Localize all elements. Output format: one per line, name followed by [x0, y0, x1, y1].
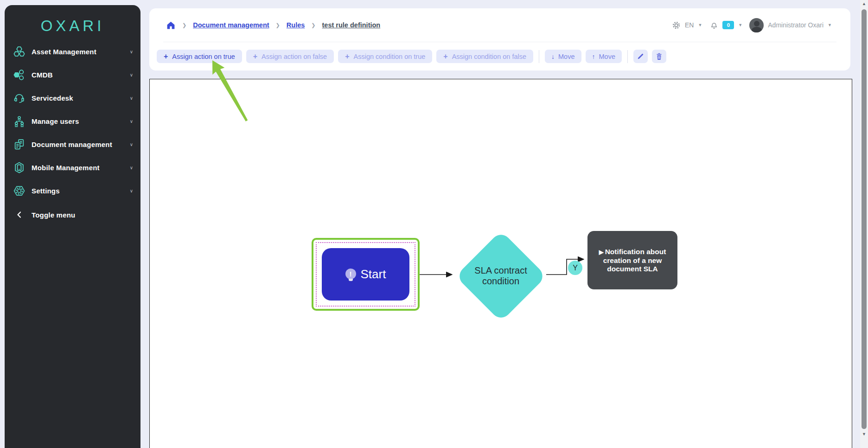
arrow-down-icon: ↓	[551, 53, 555, 60]
sidebar-item-asset-management[interactable]: Asset Management ∨	[5, 40, 140, 63]
sidebar-nav: Asset Management ∨ CMDB ∨	[5, 40, 140, 226]
toolbar-separator	[627, 50, 628, 63]
breadcrumb-row: ❯ Document management ❯ Rules ❯ test rul…	[149, 8, 850, 42]
breadcrumb-separator: ❯	[182, 22, 186, 28]
sidebar-item-document-management[interactable]: Document management ∨	[5, 133, 140, 156]
mobile-management-icon	[13, 161, 26, 174]
cmdb-icon	[13, 69, 26, 81]
plus-icon: +	[164, 52, 168, 61]
chevron-down-icon[interactable]: ▼	[828, 23, 832, 27]
sidebar-item-label: Asset Management	[32, 48, 130, 56]
assign-condition-on-true-button[interactable]: + Assign condition on true	[338, 50, 432, 63]
start-node-dotted-outline: ! Start	[316, 242, 415, 307]
bulb-icon: !	[345, 269, 356, 280]
start-node[interactable]: ! Start	[322, 248, 409, 301]
breadcrumb: ❯ Document management ❯ Rules ❯ test rul…	[166, 20, 672, 30]
breadcrumb-link-rules[interactable]: Rules	[287, 21, 305, 29]
delete-button[interactable]	[652, 50, 666, 63]
toggle-menu-button[interactable]: Toggle menu	[5, 203, 140, 226]
chevron-down-icon[interactable]: ▼	[698, 23, 702, 27]
plus-icon: +	[253, 52, 257, 61]
chevron-down-icon[interactable]: ▼	[738, 23, 742, 27]
language-selector[interactable]: EN	[685, 21, 694, 29]
sidebar-item-mobile-management[interactable]: Mobile Management ∨	[5, 156, 140, 179]
manage-users-icon	[13, 115, 26, 128]
arrow-up-icon: ↑	[592, 53, 595, 60]
rule-flow-canvas[interactable]: ! Start SLA contract condition Y ▶Notifi…	[149, 79, 852, 448]
assign-condition-on-false-button[interactable]: + Assign condition on false	[436, 50, 533, 63]
breadcrumb-separator: ❯	[276, 22, 280, 28]
sidebar-item-label: Mobile Management	[32, 164, 130, 172]
chevron-down-icon: ∨	[130, 119, 133, 124]
sidebar-item-label: Settings	[32, 187, 130, 195]
edit-button[interactable]	[633, 50, 648, 63]
sidebar-item-label: CMDB	[32, 71, 130, 79]
scrollbar-thumb[interactable]	[862, 9, 867, 429]
sidebar: OXARI Asset Management ∨ CMDB ∨	[5, 5, 140, 448]
username-label: Administrator Oxari	[768, 21, 823, 29]
chevron-down-icon: ∨	[130, 72, 133, 77]
start-node-selection[interactable]: ! Start	[312, 238, 420, 311]
bell-icon[interactable]	[710, 21, 718, 29]
chevron-down-icon: ∨	[130, 49, 133, 54]
oxari-logo: OXARI	[5, 17, 140, 35]
plus-icon: +	[443, 52, 447, 61]
chevron-down-icon: ∨	[130, 142, 133, 147]
assign-action-on-false-button[interactable]: + Assign action on false	[246, 50, 334, 63]
action-node-label: ▶Notification about creation of a new do…	[594, 248, 671, 273]
breadcrumb-link-document-management[interactable]: Document management	[193, 21, 269, 29]
header-card: ❯ Document management ❯ Rules ❯ test rul…	[149, 8, 850, 70]
move-down-button[interactable]: ↓ Move	[545, 50, 581, 63]
plus-icon: +	[345, 52, 349, 61]
gear-icon[interactable]	[672, 21, 681, 30]
asset-management-icon	[13, 45, 26, 58]
breadcrumb-separator: ❯	[311, 22, 315, 28]
sidebar-item-label: Servicedesk	[32, 94, 130, 102]
toolbar: + Assign action on true + Assign action …	[149, 42, 850, 63]
play-icon: ▶	[599, 249, 604, 256]
chevron-down-icon: ∨	[130, 165, 133, 170]
condition-node-label[interactable]: SLA contract condition	[464, 265, 538, 287]
branch-true-label[interactable]: Y	[568, 261, 582, 275]
servicedesk-icon	[13, 92, 26, 104]
chevron-down-icon: ∨	[130, 188, 133, 193]
notification-count-badge[interactable]: 0	[722, 21, 734, 29]
sidebar-item-cmdb[interactable]: CMDB ∨	[5, 63, 140, 86]
breadcrumb-current: test rule definition	[322, 21, 381, 29]
user-zone: EN ▼ 0 ▼ Administrator Oxari ▼	[672, 18, 832, 32]
sidebar-item-label: Document management	[32, 141, 130, 148]
chevron-down-icon: ∨	[130, 96, 133, 101]
start-node-label: Start	[361, 267, 386, 282]
toolbar-separator	[539, 50, 539, 63]
trash-icon	[655, 52, 663, 60]
scroll-down-arrow[interactable]: ▼	[862, 430, 866, 438]
chevron-left-icon	[13, 209, 26, 221]
settings-icon	[13, 185, 26, 197]
action-node[interactable]: ▶Notification about creation of a new do…	[587, 231, 677, 289]
sidebar-item-servicedesk[interactable]: Servicedesk ∨	[5, 86, 140, 109]
toggle-menu-label: Toggle menu	[32, 211, 133, 219]
sidebar-item-label: Manage users	[32, 117, 130, 125]
page-scrollbar[interactable]: ▲ ▼	[860, 0, 868, 448]
document-management-icon	[13, 138, 26, 151]
sidebar-item-manage-users[interactable]: Manage users ∨	[5, 109, 140, 133]
pencil-icon	[637, 52, 645, 60]
sidebar-item-settings[interactable]: Settings ∨	[5, 179, 140, 202]
home-icon[interactable]	[166, 20, 176, 30]
move-up-button[interactable]: ↑ Move	[586, 50, 622, 63]
avatar[interactable]	[749, 18, 764, 32]
assign-action-on-true-button[interactable]: + Assign action on true	[157, 50, 242, 63]
scroll-up-arrow[interactable]: ▲	[862, 0, 866, 8]
